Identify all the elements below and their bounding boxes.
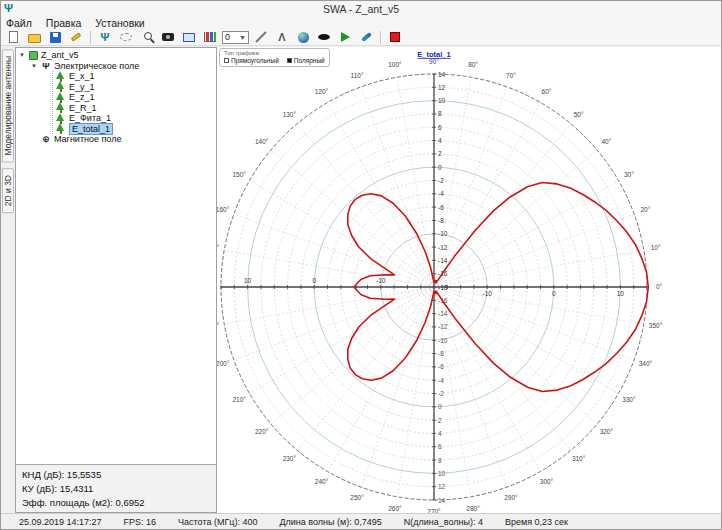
status-item: Длина волны (м): 0,7495 (280, 517, 382, 527)
side-tab-1[interactable]: Моделирование антенны (2, 49, 14, 162)
status-bar: 25.09.2019 14:17:27FPS: 16Частота (МГц):… (1, 513, 721, 529)
zoom-button[interactable] (138, 30, 156, 45)
tree-item-label: E_R_1 (69, 103, 97, 113)
radial-value-label: -10 (438, 337, 448, 344)
angle-label: 310° (572, 455, 586, 462)
menu-item-1[interactable]: Файл (6, 17, 32, 29)
tree-node-icon (55, 71, 66, 82)
radial-value-label: 0 (438, 164, 442, 171)
ground-plane-icon (318, 34, 330, 40)
radial-value-label: 4 (438, 137, 442, 144)
angle-label: 340° (639, 360, 653, 367)
compass-tool-icon: Λ (278, 32, 285, 43)
tree-item-E_x_1[interactable]: E_x_1 (55, 71, 216, 82)
circle-icon: ⊕ (41, 134, 51, 144)
left-panel: ▼Z_ant_v5▼ΨЭлектрическое полеE_x_1E_y_1E… (15, 47, 217, 513)
script-icon (71, 32, 81, 41)
image-icon (183, 33, 195, 42)
radial-value-label: -14 (438, 257, 448, 264)
plot-type-group: Тип графика ПрямоугольныйПолярный (219, 48, 330, 67)
radio-unchecked-icon[interactable] (224, 58, 229, 63)
status-item: Время 0,23 сек (505, 517, 568, 527)
plot-area: Тип графика ПрямоугольныйПолярный 0°10°2… (217, 47, 721, 513)
stop-button[interactable] (386, 30, 404, 45)
angle-label: 30° (624, 171, 634, 178)
menu-item-2[interactable]: Правка (46, 17, 81, 29)
antenna-view-button[interactable]: Ψ (96, 30, 114, 45)
angle-label: 130° (283, 111, 297, 118)
angle-label: 10° (651, 244, 661, 251)
angle-label: 50° (574, 111, 584, 118)
expander-icon[interactable]: ▼ (30, 63, 38, 69)
toolbar: Ψ0▼Λ (1, 29, 721, 46)
menu-item-3[interactable]: Установки (95, 17, 144, 29)
angle-label: 0° (656, 283, 663, 290)
angle-label: 290° (504, 494, 518, 501)
tools-icon (361, 32, 372, 42)
grid-spoke (434, 150, 597, 287)
stats-panel: КНД (дБ): 15,5535КУ (дБ): 15,4311Эфф. пл… (16, 464, 216, 512)
open-file-button[interactable] (25, 30, 43, 45)
ground-plane-button[interactable] (315, 30, 333, 45)
orbit-view-icon (120, 33, 132, 41)
new-file-button[interactable] (4, 30, 22, 45)
status-item: N(длина_волны): 4 (404, 517, 483, 527)
tree-item-E_total_1[interactable]: E_total_1 (55, 124, 216, 135)
radial-value-label: 10 (438, 97, 446, 104)
tree-root[interactable]: ▼Z_ant_v5 (18, 50, 216, 61)
chart-button[interactable] (201, 30, 219, 45)
compass-tool-button[interactable]: Λ (273, 30, 291, 45)
angle-label: 160° (217, 206, 230, 213)
run-button[interactable] (336, 30, 354, 45)
title-bar: Ψ SWA - Z_ant_v5 (1, 1, 721, 16)
tree-group-Магнитное поле[interactable]: ⊕Магнитное поле (30, 134, 216, 145)
tree-node-icon (55, 92, 66, 103)
radial-value-label: -4 (438, 190, 444, 197)
zoom-icon (144, 32, 152, 40)
orbit-view-button[interactable] (117, 30, 135, 45)
chevron-down-icon[interactable]: ▼ (239, 34, 246, 41)
sphere-3d-button[interactable] (294, 30, 312, 45)
radial-value-label: -10 (438, 230, 448, 237)
save-button[interactable] (46, 30, 64, 45)
tree-item-E_y_1[interactable]: E_y_1 (55, 82, 216, 93)
tree-group-Электрическое поле[interactable]: ▼ΨЭлектрическое поле (30, 61, 216, 72)
side-tab-2[interactable]: 2D и 3D (2, 168, 14, 213)
radial-value-label: -18 (438, 284, 448, 291)
plot-type-option-Полярный[interactable]: Полярный (287, 57, 325, 64)
tools-button[interactable] (357, 30, 375, 45)
angle-label: 280° (466, 505, 480, 512)
h-axis-label-left: 10 (244, 277, 252, 284)
tree-group-label: Магнитное поле (54, 134, 121, 144)
expander-icon[interactable]: ▼ (18, 52, 26, 58)
radio-checked-icon[interactable] (287, 58, 292, 63)
radial-value-label: -6 (438, 363, 444, 370)
radial-value-label: -6 (438, 204, 444, 211)
image-button[interactable] (180, 30, 198, 45)
tree-item-E_R_1[interactable]: E_R_1 (55, 103, 216, 114)
status-item: Частота (МГц): 400 (178, 517, 257, 527)
radial-value-label: 14 (438, 497, 446, 504)
status-item: 25.09.2019 14:17:27 (19, 517, 102, 527)
stat-line: КУ (дБ): 15,4311 (22, 482, 210, 496)
open-file-icon (28, 34, 41, 43)
script-button[interactable] (67, 30, 85, 45)
grid-spoke (434, 214, 634, 287)
radial-value-label: 12 (438, 84, 446, 91)
line-tool-icon (255, 31, 266, 42)
angle-label: 140° (255, 138, 269, 145)
stat-line: Эфф. площадь (м2): 0,6952 (22, 496, 210, 510)
angle-label: 120° (315, 88, 329, 95)
plot-number-combobox[interactable]: 0▼ (222, 31, 249, 44)
angle-label: 110° (351, 72, 364, 79)
line-tool-button[interactable] (252, 30, 270, 45)
tree-item-E_z_1[interactable]: E_z_1 (55, 92, 216, 103)
camera-button[interactable] (159, 30, 177, 45)
tree-item-label: E_z_1 (69, 92, 95, 102)
camera-icon (162, 33, 174, 41)
plot-type-option-Прямоугольный[interactable]: Прямоугольный (224, 57, 279, 64)
radial-value-label: -2 (438, 177, 444, 184)
main-area: Моделирование антенны2D и 3D ▼Z_ant_v5▼Ψ… (1, 47, 721, 513)
new-file-icon (9, 31, 18, 43)
tree-item-label: E_x_1 (69, 71, 95, 81)
